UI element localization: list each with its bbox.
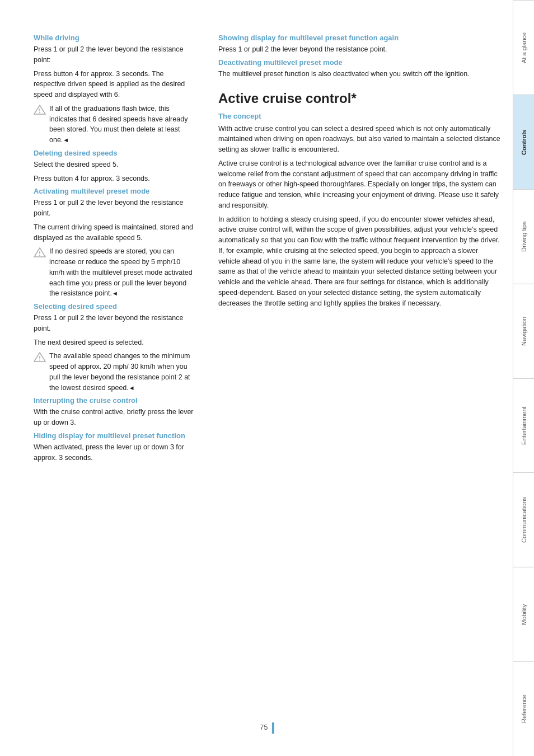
svg-point-8 (39, 360, 40, 361)
page-number-bar (272, 722, 274, 734)
para-selecting-2: The next desired speed is selected. (34, 337, 196, 348)
note-triangle-icon (34, 105, 46, 115)
section-selecting: Selecting desired speed Press 1 or pull … (34, 302, 196, 393)
section-while-driving: While driving Press 1 or pull 2 the leve… (34, 34, 196, 145)
para-cruise-1: With active cruise control you can selec… (218, 124, 502, 155)
page-number: 75 (260, 722, 274, 734)
sidebar-tab-reference[interactable]: Reference (513, 661, 534, 756)
section-deactivating: Deactivating multilevel preset mode The … (218, 58, 502, 79)
note-selecting: The available speed changes to the minim… (34, 351, 196, 393)
concept-heading: The concept (218, 112, 502, 120)
heading-showing: Showing display for multilevel preset fu… (218, 34, 502, 42)
sidebar-tab-navigation[interactable]: Navigation (513, 284, 534, 378)
para-selecting-1: Press 1 or pull 2 the lever beyond the r… (34, 313, 196, 334)
para-activating-1: Press 1 or pull 2 the lever beyond the r… (34, 198, 196, 219)
sidebar-tab-communications[interactable]: Communications (513, 472, 534, 567)
sidebar-tab-mobility[interactable]: Mobility (513, 567, 534, 661)
back-ref-3: ◄ (129, 384, 135, 391)
para-interrupting-1: With the cruise control active, briefly … (34, 407, 196, 428)
sidebar-tab-controls[interactable]: Controls (513, 95, 534, 189)
heading-interrupting: Interrupting the cruise control (34, 396, 196, 405)
heading-deactivating: Deactivating multilevel preset mode (218, 58, 502, 67)
heading-deleting: Deleting desired speeds (34, 149, 196, 157)
left-column: While driving Press 1 or pull 2 the leve… (34, 34, 213, 734)
heading-hiding: Hiding display for multilevel preset fun… (34, 431, 196, 440)
note-text-while-driving: If all of the graduations flash twice, t… (49, 104, 196, 145)
big-heading-active-cruise: Active cruise control* (218, 91, 502, 106)
para-deactivating-1: The multilevel preset function is also d… (218, 69, 502, 79)
para-deleting-1: Select the desired speed 5. (34, 159, 196, 170)
svg-point-2 (39, 112, 40, 113)
para-while-driving-2: Press button 4 for approx. 3 seconds. Th… (34, 69, 196, 100)
section-interrupting: Interrupting the cruise control With the… (34, 396, 196, 428)
sidebar-tab-entertainment[interactable]: Entertainment (513, 378, 534, 473)
back-ref-2: ◄ (112, 290, 118, 297)
heading-selecting: Selecting desired speed (34, 302, 196, 311)
para-activating-2: The current driving speed is maintained,… (34, 222, 196, 243)
note-activating: If no desired speeds are stored, you can… (34, 246, 196, 299)
sidebar: At a glance Controls Driving tips Naviga… (513, 0, 534, 756)
note-triangle-icon-3 (34, 352, 46, 362)
note-while-driving: If all of the graduations flash twice, t… (34, 104, 196, 145)
right-column: Showing display for multilevel preset fu… (213, 34, 502, 734)
para-showing-1: Press 1 or pull 2 the lever beyond the r… (218, 44, 502, 55)
heading-activating: Activating multilevel preset mode (34, 187, 196, 195)
heading-while-driving: While driving (34, 34, 196, 42)
para-while-driving-1: Press 1 or pull 2 the lever beyond the r… (34, 44, 196, 65)
note-triangle-icon-2 (34, 247, 46, 257)
para-hiding-1: When activated, press the lever up or do… (34, 442, 196, 463)
sidebar-tab-driving-tips[interactable]: Driving tips (513, 189, 534, 284)
section-activating: Activating multilevel preset mode Press … (34, 187, 196, 299)
para-deleting-2: Press button 4 for approx. 3 seconds. (34, 173, 196, 184)
section-showing: Showing display for multilevel preset fu… (218, 34, 502, 55)
back-ref-1: ◄ (63, 137, 69, 143)
svg-point-5 (39, 255, 40, 256)
section-hiding: Hiding display for multilevel preset fun… (34, 431, 196, 463)
section-active-cruise: Active cruise control* The concept With … (218, 91, 502, 309)
section-deleting: Deleting desired speeds Select the desir… (34, 149, 196, 184)
sidebar-tab-at-a-glance[interactable]: At a glance (513, 0, 534, 95)
note-text-selecting: The available speed changes to the minim… (49, 351, 196, 393)
para-cruise-3: In addition to holding a steady cruising… (218, 214, 502, 309)
para-cruise-2: Active cruise control is a technological… (218, 158, 502, 211)
note-text-activating: If no desired speeds are stored, you can… (49, 246, 196, 299)
